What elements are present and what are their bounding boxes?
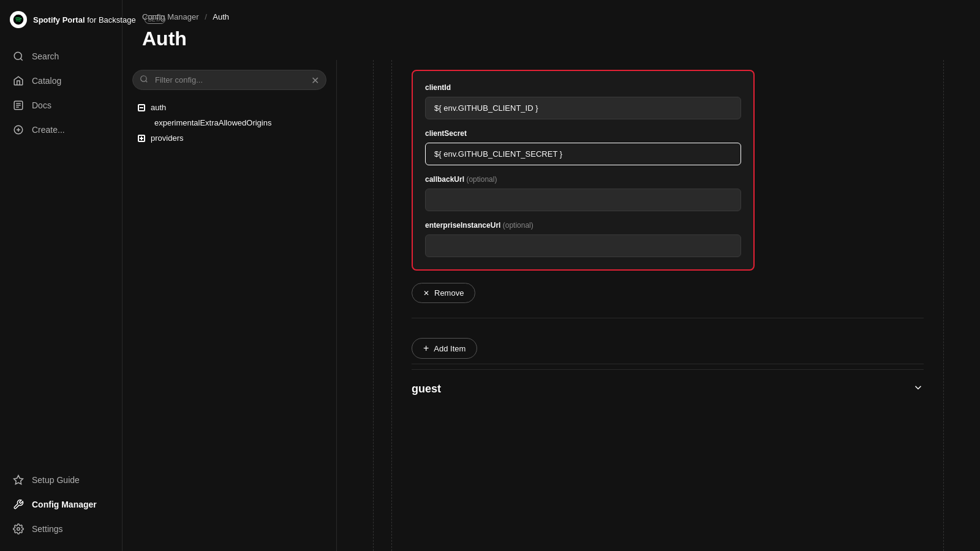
clientid-field: clientId xyxy=(425,83,741,129)
config-tree-panel: ✕ auth experimentalExtraAllowedOrigins p… xyxy=(123,60,337,551)
filter-wrap: ✕ xyxy=(132,70,326,90)
filter-clear-icon[interactable]: ✕ xyxy=(311,74,319,86)
clientid-label: clientId xyxy=(425,83,741,92)
callbackurl-label: callbackUrl (optional) xyxy=(425,175,741,184)
svg-point-12 xyxy=(141,75,146,81)
enterprise-label: enterpriseInstanceUrl (optional) xyxy=(425,221,741,230)
breadcrumb-separator: / xyxy=(205,12,209,21)
sidebar-item-search[interactable]: Search xyxy=(0,44,122,69)
sidebar-item-create[interactable]: Create... xyxy=(0,118,122,142)
filter-search-icon xyxy=(140,75,148,86)
callbackurl-input[interactable] xyxy=(425,189,741,211)
filter-input[interactable] xyxy=(132,70,326,90)
search-icon xyxy=(12,50,24,62)
remove-x-icon: ✕ xyxy=(423,289,429,298)
content-area: ✕ auth experimentalExtraAllowedOrigins p… xyxy=(123,60,980,551)
breadcrumb: Config Manager / Auth xyxy=(142,12,960,21)
clientsecret-field: clientSecret xyxy=(425,129,741,175)
svg-line-13 xyxy=(146,80,148,82)
svg-line-2 xyxy=(20,58,22,60)
sidebar-item-docs[interactable]: Docs xyxy=(0,93,122,118)
col-spacer-3 xyxy=(943,60,980,551)
breadcrumb-parent[interactable]: Config Manager xyxy=(142,12,199,21)
tree-item-experimental-label: experimentalExtraAllowedOrigins xyxy=(154,118,271,127)
sidebar-item-create-label: Create... xyxy=(32,125,65,135)
sidebar-item-settings[interactable]: Settings xyxy=(0,517,122,541)
star-icon xyxy=(12,474,24,486)
main-area: Config Manager / Auth Auth ✕ auth xyxy=(123,0,980,551)
wrench-icon xyxy=(12,498,24,511)
sidebar-item-catalog-label: Catalog xyxy=(32,76,61,86)
plus-circle-icon xyxy=(12,124,24,136)
guest-section: guest xyxy=(412,364,924,408)
tree-item-auth[interactable]: auth xyxy=(132,100,326,115)
sidebar-item-docs-label: Docs xyxy=(32,100,51,110)
tree-item-providers[interactable]: providers xyxy=(132,130,326,146)
gear-icon xyxy=(12,523,24,535)
col-spacer-1 xyxy=(337,60,374,551)
remove-button[interactable]: ✕ Remove xyxy=(412,283,475,303)
auth-card: clientId clientSecret callbackUrl (optio… xyxy=(412,70,755,271)
svg-marker-10 xyxy=(14,476,23,484)
right-panel: clientId clientSecret callbackUrl (optio… xyxy=(392,60,943,551)
sidebar-nav: Search Catalog Docs Create... xyxy=(0,39,122,463)
remove-button-label: Remove xyxy=(434,288,464,298)
enterprise-input[interactable] xyxy=(425,234,741,257)
tree-item-experimental[interactable]: experimentalExtraAllowedOrigins xyxy=(132,115,326,130)
sidebar-item-setup-guide-label: Setup Guide xyxy=(32,475,80,485)
add-item-section: + Add Item xyxy=(412,318,924,359)
tree-item-providers-label: providers xyxy=(151,133,183,143)
spotify-logo xyxy=(10,11,27,28)
breadcrumb-current: Auth xyxy=(213,12,229,21)
page-title: Auth xyxy=(142,28,960,50)
sidebar-item-settings-label: Settings xyxy=(32,524,63,534)
callbackurl-optional: (optional) xyxy=(466,175,497,184)
header: Config Manager / Auth Auth xyxy=(123,0,980,60)
home-icon xyxy=(12,75,24,87)
add-item-plus-icon: + xyxy=(423,343,429,353)
tree-minus-icon xyxy=(137,103,146,112)
callbackurl-field: callbackUrl (optional) xyxy=(425,175,741,221)
docs-icon xyxy=(12,99,24,111)
guest-collapsed[interactable]: guest xyxy=(412,369,924,408)
chevron-down-icon xyxy=(913,382,924,395)
add-item-button[interactable]: + Add Item xyxy=(412,338,477,359)
sidebar: Spotify Portal for Backstage BETA Search… xyxy=(0,0,123,551)
logo-text: Spotify Portal for Backstage xyxy=(33,15,136,24)
sidebar-item-setup-guide[interactable]: Setup Guide xyxy=(0,468,122,492)
sidebar-item-config-manager-label: Config Manager xyxy=(32,500,97,509)
sidebar-item-config-manager[interactable]: Config Manager xyxy=(0,492,122,517)
guest-title: guest xyxy=(412,383,441,395)
add-item-label: Add Item xyxy=(434,344,466,353)
tree-plus-icon xyxy=(137,134,146,143)
sidebar-item-catalog[interactable]: Catalog xyxy=(0,69,122,93)
svg-point-1 xyxy=(14,52,21,59)
col-spacer-2 xyxy=(374,60,392,551)
sidebar-bottom: Setup Guide Config Manager Settings xyxy=(0,463,122,551)
enterprise-optional: (optional) xyxy=(503,221,533,230)
logo: Spotify Portal for Backstage BETA xyxy=(0,0,122,39)
clientsecret-input[interactable] xyxy=(425,143,741,165)
clientsecret-label: clientSecret xyxy=(425,129,741,138)
enterprise-field: enterpriseInstanceUrl (optional) xyxy=(425,221,741,257)
clientid-input[interactable] xyxy=(425,97,741,119)
tree-item-auth-label: auth xyxy=(151,103,166,112)
svg-point-11 xyxy=(17,528,20,531)
sidebar-item-search-label: Search xyxy=(32,51,59,61)
